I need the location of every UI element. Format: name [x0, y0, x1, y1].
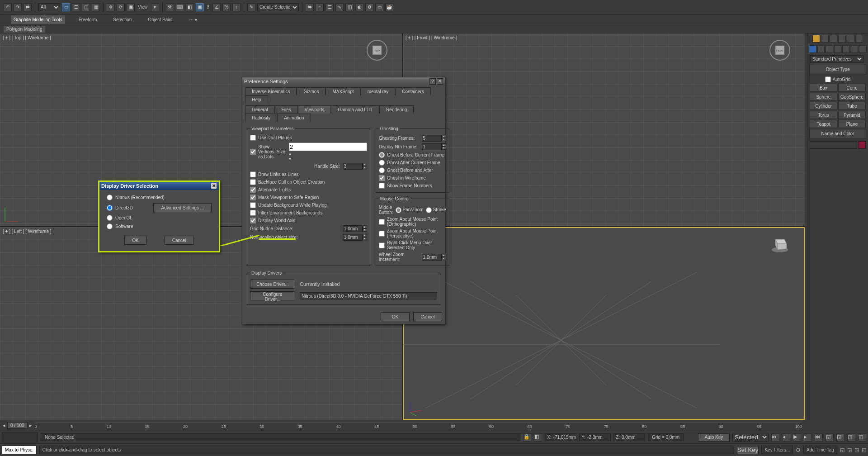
lights-icon[interactable] — [826, 45, 833, 53]
schematic-icon[interactable]: ◫ — [345, 3, 354, 11]
tab-rendering[interactable]: Rendering — [379, 105, 414, 114]
nav-5-icon[interactable]: ◱ — [840, 447, 844, 453]
geometry-icon[interactable] — [809, 45, 816, 53]
ghost-frames-spinner[interactable] — [422, 135, 442, 142]
chk-zoom-ortho[interactable]: Zoom About Mouse Point (Orthographic) — [379, 216, 446, 228]
prefs-cancel-button[interactable]: Cancel — [413, 312, 442, 321]
nav-8-icon[interactable]: ◰ — [862, 447, 866, 453]
select-name-icon[interactable]: ☰ — [72, 3, 80, 11]
drv-titlebar[interactable]: Display Driver Selection ✕ — [99, 182, 219, 190]
move-icon[interactable]: ✥ — [107, 3, 115, 11]
tab-graphite[interactable]: Graphite Modeling Tools — [11, 15, 65, 24]
snap-toggle-icon[interactable]: ▣ — [196, 3, 204, 11]
rollout-name-color[interactable]: Name and Color — [809, 129, 866, 138]
chk-update-bg[interactable]: Update Background While Playing — [250, 201, 367, 209]
trackbar-icon[interactable] — [2, 432, 38, 442]
prefs-titlebar[interactable]: Preference Settings ? ✕ — [242, 77, 445, 86]
time-ruler[interactable]: 05 1015 2025 3035 4045 5055 6065 7075 80… — [35, 423, 802, 429]
category-combo[interactable]: Standard Primitives — [810, 55, 863, 63]
tab-gamma[interactable]: Gamma and LUT — [331, 105, 379, 114]
chk-world-axis[interactable]: Display World Axis — [250, 217, 367, 224]
chk-show-verts[interactable]: Show Vertices as Dots Size: ▴▾ — [250, 142, 367, 162]
link-icon[interactable]: ⇄ — [24, 3, 32, 11]
tab-radiosity[interactable]: Radiosity — [245, 114, 277, 122]
tab-general[interactable]: General — [245, 105, 275, 114]
tab-mentalray[interactable]: mental ray — [361, 87, 396, 95]
nonscale-spinner[interactable] — [343, 234, 363, 241]
radio-nitrous[interactable]: Nitrous (Recommended) — [107, 195, 212, 200]
radio-opengl[interactable]: OpenGL — [107, 215, 212, 221]
tab-gizmos[interactable]: Gizmos — [297, 87, 326, 95]
spinner-snap-icon[interactable]: ↕ — [232, 3, 241, 11]
sub-polygon-modeling[interactable]: Polygon Modeling — [4, 26, 45, 33]
helpers-icon[interactable] — [842, 45, 850, 53]
nav-3-icon[interactable]: ◳ — [847, 433, 855, 442]
play-icon[interactable]: ▶ — [793, 433, 801, 442]
script-listener[interactable]: Max to Physc: — [2, 446, 37, 454]
wheel-spinner[interactable] — [422, 254, 442, 261]
selection-set-combo[interactable]: Create Selection Sel — [257, 3, 299, 11]
ribbon-more-icon[interactable]: ⋯ ▾ — [186, 15, 200, 24]
key-filters-button[interactable]: Key Filters... — [761, 446, 793, 454]
layers-icon[interactable]: ☰ — [326, 3, 334, 11]
tab-object-paint[interactable]: Object Paint — [145, 15, 175, 24]
autogrid-check[interactable]: AutoGrid — [807, 75, 868, 84]
radio-stroke[interactable]: Stroke — [426, 207, 446, 213]
radio-ghost-both[interactable]: Ghost Before and After — [379, 166, 446, 174]
radio-pan[interactable]: Pan/Zoom — [396, 207, 424, 213]
goto-start-icon[interactable]: ⏮ — [771, 433, 779, 442]
viewcube-front[interactable]: FRONT — [769, 39, 791, 62]
keyboard-icon[interactable]: ⌨ — [176, 3, 184, 11]
configure-driver-button[interactable]: Configure Driver... — [250, 291, 295, 300]
chk-ghost-wire[interactable]: Ghost in Wireframe — [379, 174, 446, 182]
redo-icon[interactable]: ↷ — [14, 3, 22, 11]
curve-editor-icon[interactable]: ∿ — [335, 3, 344, 11]
nav-6-icon[interactable]: ◲ — [847, 447, 852, 453]
btn-tube[interactable]: Tube — [838, 102, 866, 110]
edit-sel-set-icon[interactable]: ✎ — [247, 3, 255, 11]
prefs-ok-button[interactable]: OK — [381, 312, 410, 321]
utilities-tab-icon[interactable] — [855, 35, 863, 43]
tab-help[interactable]: Help — [245, 95, 268, 104]
window-crossing-icon[interactable]: ▦ — [92, 3, 100, 11]
chk-frame-numbers[interactable]: Show Frame Numbers — [379, 182, 446, 190]
goto-end-icon[interactable]: ⏭ — [815, 433, 823, 442]
render-icon[interactable]: ☕ — [385, 3, 393, 11]
rotate-icon[interactable]: ⟳ — [117, 3, 125, 11]
coord-y[interactable]: Y: -2,3mm — [579, 433, 611, 441]
filter-combo[interactable]: All — [38, 3, 60, 11]
tab-viewports[interactable]: Viewports — [298, 105, 331, 114]
radio-direct3d[interactable]: Direct3D — [107, 205, 133, 211]
chk-mask[interactable]: Mask Viewport to Safe Region — [250, 194, 367, 201]
space-warps-icon[interactable] — [851, 45, 859, 53]
modify-tab-icon[interactable] — [821, 35, 829, 43]
nav-4-icon[interactable]: ◰ — [858, 433, 866, 442]
tab-selection[interactable]: Selection — [110, 15, 134, 24]
time-config-icon[interactable]: ⏱ — [796, 447, 801, 453]
create-tab-icon[interactable] — [812, 35, 820, 43]
viewcube-persp[interactable] — [769, 233, 791, 255]
coord-x[interactable]: X: -71,015mm — [545, 433, 576, 441]
select-icon[interactable]: ▭ — [62, 3, 70, 11]
btn-sphere[interactable]: Sphere — [810, 93, 837, 101]
named-sel-icon[interactable]: ◧ — [186, 3, 194, 11]
chk-draw-links[interactable]: Draw Links as Lines — [250, 171, 367, 178]
handle-spinner[interactable] — [343, 163, 363, 170]
viewport-front[interactable]: [ + ] [ Front ] [ Wireframe ] FRONT — [403, 33, 805, 226]
setkey-button[interactable]: Set Key — [737, 446, 759, 454]
help-icon[interactable]: ? — [429, 78, 436, 85]
lock-icon[interactable]: 🔒 — [523, 433, 531, 442]
choose-driver-button[interactable]: Choose Driver... — [250, 280, 295, 289]
display-tab-icon[interactable] — [847, 35, 854, 43]
autokey-button[interactable]: Auto Key — [698, 433, 730, 442]
btn-box[interactable]: Box — [810, 84, 837, 92]
nav-2-icon[interactable]: ◲ — [836, 433, 844, 442]
systems-icon[interactable] — [859, 45, 867, 53]
chk-zoom-persp[interactable]: Zoom About Mouse Point (Perspective) — [379, 228, 446, 239]
next-frame-icon[interactable]: ▸ — [804, 433, 812, 442]
nav-7-icon[interactable]: ◳ — [854, 447, 859, 453]
object-name-input[interactable] — [810, 141, 857, 149]
rollout-object-type[interactable]: Object Type — [809, 65, 866, 74]
radio-ghost-after[interactable]: Ghost After Current Frame — [379, 159, 446, 166]
align-icon[interactable]: ≡ — [316, 3, 324, 11]
